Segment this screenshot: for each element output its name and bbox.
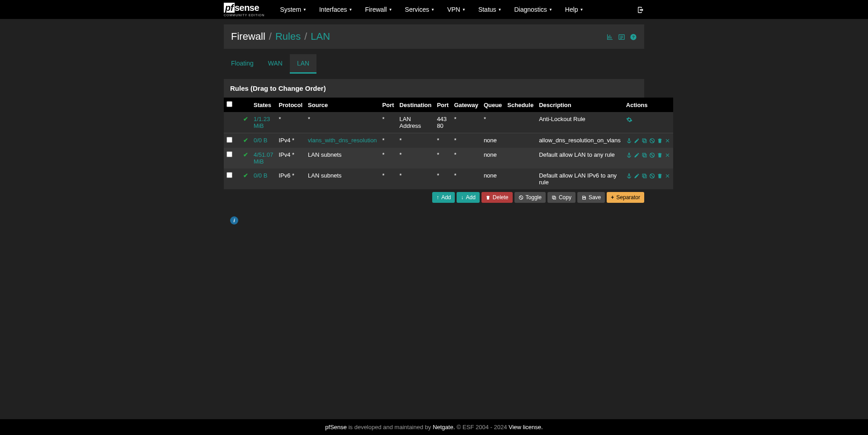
anchor-icon[interactable] — [626, 172, 632, 179]
rules-table: States Protocol Source Port Destination … — [224, 98, 673, 189]
info-icon[interactable]: i — [230, 216, 238, 225]
copy-icon — [552, 194, 557, 201]
footer-pfsense[interactable]: pfSense — [325, 424, 347, 430]
disable-icon[interactable] — [649, 172, 655, 179]
table-row[interactable]: ✔ 1/1.23 MiB * * * LAN Address 44380 * *… — [224, 112, 673, 133]
source-alias-link[interactable]: vlans_with_dns_resolution — [308, 137, 377, 144]
edit-icon[interactable] — [634, 172, 640, 179]
footer-license[interactable]: View license. — [509, 424, 543, 430]
add-bottom-button[interactable]: ↓Add — [457, 192, 479, 203]
chart-icon[interactable] — [606, 33, 613, 40]
caret-icon: ▼ — [349, 8, 352, 12]
cell-sport: * — [380, 148, 397, 168]
cell-gateway: * — [451, 148, 481, 168]
check-icon: ✔ — [243, 172, 248, 179]
states-link[interactable]: 0/0 B — [254, 137, 267, 144]
footer: pfSense is developed and maintained by N… — [0, 419, 868, 435]
nav-interfaces[interactable]: Interfaces▼ — [313, 0, 359, 19]
nav-firewall[interactable]: Firewall▼ — [359, 0, 398, 19]
gear-icon[interactable] — [626, 116, 632, 122]
table-row[interactable]: ✔ 4/51.07 MiB IPv4 * LAN subnets * * * *… — [224, 148, 673, 168]
nav-services[interactable]: Services▼ — [399, 0, 441, 19]
breadcrumb-rules[interactable]: Rules — [275, 31, 301, 42]
main-container: Firewall / Rules / LAN ? Floating WAN LA… — [224, 24, 644, 225]
toggle-button[interactable]: Toggle — [514, 192, 546, 203]
ban-icon — [519, 194, 524, 201]
svg-line-9 — [651, 139, 654, 143]
delete-button[interactable]: Delete — [481, 192, 513, 203]
cell-dest: * — [397, 133, 434, 148]
cell-protocol: IPv4 * — [276, 148, 305, 168]
col-source: Source — [305, 98, 379, 112]
nav-diagnostics[interactable]: Diagnostics▼ — [508, 0, 559, 19]
nav-help[interactable]: Help▼ — [559, 0, 590, 19]
trash-icon[interactable] — [657, 137, 663, 144]
select-all-checkbox[interactable] — [226, 101, 232, 107]
nav-status[interactable]: Status▼ — [472, 0, 508, 19]
states-link[interactable]: 4/51.07 MiB — [254, 151, 273, 165]
cell-schedule — [505, 133, 536, 148]
anchor-icon[interactable] — [626, 137, 632, 144]
col-schedule: Schedule — [505, 98, 536, 112]
add-top-button[interactable]: ↑Add — [432, 192, 455, 203]
svg-line-13 — [651, 154, 654, 157]
caret-icon: ▼ — [580, 8, 584, 12]
disable-icon[interactable] — [649, 151, 655, 158]
states-link[interactable]: 0/0 B — [254, 172, 267, 179]
nav-vpn[interactable]: VPN▼ — [441, 0, 472, 19]
check-icon: ✔ — [243, 151, 248, 158]
svg-line-19 — [519, 196, 522, 199]
edit-icon[interactable] — [634, 151, 640, 158]
help-icon[interactable]: ? — [630, 33, 637, 40]
cell-schedule — [505, 168, 536, 189]
breadcrumb: Firewall / Rules / LAN — [231, 31, 330, 42]
breadcrumb-root[interactable]: Firewall — [231, 31, 265, 42]
row-actions — [626, 172, 670, 179]
caret-icon: ▼ — [431, 8, 434, 12]
row-checkbox[interactable] — [226, 172, 232, 178]
edit-icon[interactable] — [634, 137, 640, 144]
col-destination: Destination — [397, 98, 434, 112]
nav-system[interactable]: System▼ — [274, 0, 313, 19]
anchor-icon[interactable] — [626, 151, 632, 158]
delete-x-icon[interactable] — [665, 137, 670, 144]
caret-icon: ▼ — [498, 8, 502, 12]
copy-icon[interactable] — [642, 172, 647, 179]
table-row[interactable]: ✔ 0/0 B IPv6 * LAN subnets * * * * none … — [224, 168, 673, 189]
disable-icon[interactable] — [649, 137, 655, 144]
tab-wan[interactable]: WAN — [261, 54, 290, 74]
tab-floating[interactable]: Floating — [224, 54, 261, 74]
svg-rect-7 — [642, 139, 646, 142]
check-icon: ✔ — [243, 137, 248, 144]
delete-x-icon[interactable] — [665, 172, 670, 179]
cell-source: vlans_with_dns_resolution — [305, 133, 379, 148]
delete-x-icon[interactable] — [665, 151, 670, 158]
log-icon[interactable] — [618, 33, 625, 40]
footer-text: is developed and maintained by — [347, 424, 433, 430]
copy-button[interactable]: Copy — [547, 192, 576, 203]
cell-description: allow_dns_resolution_on_vlans — [536, 133, 623, 148]
cell-gateway: * — [451, 112, 481, 133]
footer-netgate[interactable]: Netgate. — [433, 424, 455, 430]
table-row[interactable]: ✔ 0/0 B IPv4 * vlans_with_dns_resolution… — [224, 133, 673, 148]
save-button[interactable]: Save — [577, 192, 605, 203]
states-link[interactable]: 1/1.23 MiB — [254, 116, 270, 129]
row-checkbox[interactable] — [226, 137, 232, 143]
logo[interactable]: pfsense COMMUNITY EDITION — [224, 3, 264, 17]
trash-icon[interactable] — [657, 151, 663, 158]
trash-icon[interactable] — [657, 172, 663, 179]
copy-icon[interactable] — [642, 151, 647, 158]
rules-panel: Rules (Drag to Change Order) States Prot… — [224, 79, 644, 189]
breadcrumb-lan[interactable]: LAN — [311, 31, 330, 42]
cell-queue: none — [481, 168, 505, 189]
copy-icon[interactable] — [642, 137, 647, 144]
cell-dport: * — [434, 168, 451, 189]
separator-button[interactable]: +Separator — [607, 192, 644, 203]
arrow-down-icon: ↓ — [461, 194, 463, 201]
logout-icon[interactable] — [637, 5, 644, 13]
cell-dest: * — [397, 168, 434, 189]
row-checkbox[interactable] — [226, 151, 232, 157]
cell-sport: * — [380, 133, 397, 148]
navbar-inner: pfsense COMMUNITY EDITION System▼ Interf… — [224, 0, 644, 19]
tab-lan[interactable]: LAN — [290, 54, 316, 74]
